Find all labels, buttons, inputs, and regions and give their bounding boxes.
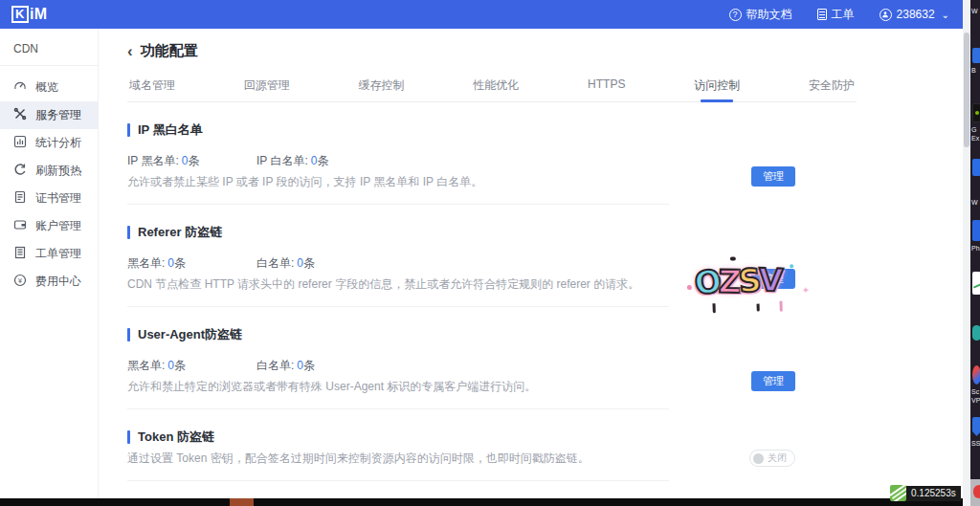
- sidebar-item-label: 刷新预热: [35, 163, 81, 179]
- desktop-icon-label: Ex: [971, 135, 979, 143]
- section-referer: Referer 防盗链 黑名单:0条 白名单:0条 CDN 节点检查 HTTP …: [127, 205, 669, 307]
- title-marker: [127, 226, 130, 239]
- stat-whitelist: 白名单:0条: [256, 358, 386, 374]
- stat-blacklist: 黑名单:0条: [127, 358, 256, 374]
- sidebar-item-statistics[interactable]: 统计分析: [0, 129, 98, 157]
- tab-security[interactable]: 安全防护: [807, 74, 857, 101]
- section-desc: 通过设置 Token 密钥，配合签名过期时间来控制资源内容的访问时限，也即时间戳…: [127, 451, 669, 467]
- section-title: Token 防盗链: [138, 429, 214, 446]
- tab-origin-mgmt[interactable]: 回源管理: [242, 74, 292, 101]
- logo-k-mark: K: [11, 6, 29, 23]
- tab-domain-mgmt[interactable]: 域名管理: [127, 74, 177, 101]
- manage-button[interactable]: 管理: [751, 269, 795, 289]
- help-icon: ?: [729, 9, 742, 21]
- tab-access-control[interactable]: 访问控制: [692, 74, 742, 101]
- help-docs-link[interactable]: ? 帮助文档: [729, 7, 792, 23]
- page-header: ‹ 功能配置: [100, 29, 962, 60]
- sidebar-item-ticket-mgmt[interactable]: 工单管理: [0, 240, 98, 268]
- desktop-icon[interactable]: [972, 48, 980, 63]
- shield-icon[interactable]: [972, 417, 980, 436]
- account-id: 238632: [897, 8, 935, 21]
- section-user-agent: User-Agent防盗链 黑名单:0条 白名单:0条 允许和禁止特定的浏览器或…: [127, 307, 669, 409]
- account-menu[interactable]: 238632 ⌄: [880, 8, 949, 21]
- toggle-dot: [753, 453, 764, 464]
- tab-bar: 域名管理 回源管理 缓存控制 性能优化 HTTPS 访问控制 安全防护: [127, 74, 857, 102]
- desktop-icon-label: VP: [971, 397, 980, 405]
- desktop-icon[interactable]: [972, 103, 980, 122]
- section-desc: 允许和禁止特定的浏览器或者带有特殊 User-Agent 标识的专属客户端进行访…: [127, 379, 669, 395]
- tab-https[interactable]: HTTPS: [586, 74, 627, 101]
- coin-icon: ¥: [13, 274, 27, 290]
- section-desc: 允许或者禁止某些 IP 或者 IP 段的访问，支持 IP 黑名单和 IP 白名单…: [127, 174, 669, 190]
- title-marker: [127, 430, 130, 444]
- manage-button[interactable]: 管理: [751, 371, 795, 391]
- section-token: Token 防盗链 通过设置 Token 密钥，配合签名过期时间来控制资源内容的…: [127, 409, 669, 481]
- sidebar-item-label: 工单管理: [35, 246, 81, 262]
- sidebar-item-label: 服务管理: [35, 107, 81, 123]
- page-title: 功能配置: [141, 42, 198, 60]
- os-taskbar-edge: [0, 498, 967, 506]
- section-title: User-Agent防盗链: [138, 326, 242, 343]
- ticket-link[interactable]: 工单: [817, 7, 855, 23]
- desktop-icon-label: B: [971, 67, 976, 75]
- desktop-icon[interactable]: [972, 272, 980, 295]
- ticket-label: 工单: [832, 7, 855, 23]
- desktop-icon-label: G: [971, 126, 976, 134]
- section-title-row: Token 防盗链: [127, 429, 669, 446]
- stat-ip-whitelist: IP 白名单:0条: [256, 153, 386, 169]
- title-marker: [127, 328, 130, 341]
- sidebar-item-overview[interactable]: 概览: [0, 74, 98, 101]
- manage-button[interactable]: 管理: [751, 166, 795, 187]
- red-app-icon[interactable]: [973, 485, 980, 498]
- toggle-label: 关闭: [768, 451, 787, 465]
- scrollbar-thumb[interactable]: [964, 33, 969, 147]
- stats-row: 黑名单:0条 白名单:0条: [127, 358, 669, 374]
- tab-performance[interactable]: 性能优化: [471, 74, 521, 101]
- svg-text:¥: ¥: [18, 277, 23, 285]
- desktop-icon[interactable]: [972, 220, 980, 241]
- desktop-icon[interactable]: [972, 325, 980, 341]
- sidebar-item-billing-center[interactable]: ¥ 费用中心: [0, 268, 98, 296]
- desktop-icon-label: W: [971, 8, 978, 15]
- section-title: IP 黑白名单: [138, 121, 203, 139]
- sidebar-item-cert-mgmt[interactable]: 证书管理: [0, 185, 98, 212]
- section-list: IP 黑白名单 IP 黑名单:0条 IP 白名单:0条 允许或者禁止某些 IP …: [127, 102, 669, 498]
- section-http-body-limit: HTTP 请求体大小限制 单次请求最大可提交:512MB 限制单次请求体的内容大…: [127, 481, 669, 498]
- sidebar-group-label: CDN: [0, 29, 98, 65]
- sidebar-item-label: 费用中心: [35, 274, 81, 290]
- section-desc: CDN 节点检查 HTTP 请求头中的 referer 字段的信息，禁止或者允许…: [127, 276, 669, 293]
- taskbar-app-fragment[interactable]: [230, 498, 254, 506]
- tab-cache-control[interactable]: 缓存控制: [357, 74, 407, 101]
- token-toggle-off[interactable]: 关闭: [749, 450, 795, 467]
- sidebar-item-label: 账户管理: [35, 218, 81, 234]
- page-load-time-badge[interactable]: 0.125253s: [890, 485, 961, 501]
- help-docs-label: 帮助文档: [746, 7, 792, 23]
- stat-ip-blacklist: IP 黑名单:0条: [127, 153, 256, 169]
- desktop-icon-label: Sc: [971, 388, 979, 396]
- sidebar-item-refresh-prefetch[interactable]: 刷新预热: [0, 157, 98, 185]
- desktop-icon-label: SS: [971, 440, 980, 448]
- sidebar-item-service-mgmt[interactable]: 服务管理: [0, 101, 98, 129]
- speed-stripes-icon: [890, 485, 906, 501]
- desktop-icon[interactable]: [972, 365, 980, 385]
- refresh-icon: [13, 163, 27, 179]
- stats-row: IP 黑名单:0条 IP 白名单:0条: [127, 153, 669, 169]
- stat-blacklist: 黑名单:0条: [127, 255, 256, 272]
- desktop-icon-label: W: [971, 199, 978, 207]
- browser-scrollbar[interactable]: [963, 0, 970, 506]
- section-title-row: User-Agent防盗链: [127, 326, 669, 343]
- sidebar-item-label: 证书管理: [35, 190, 81, 207]
- sidebar-item-account-mgmt[interactable]: 账户管理: [0, 212, 98, 240]
- back-icon[interactable]: ‹: [127, 45, 133, 58]
- desktop-icon-label: Ph: [971, 245, 980, 253]
- gauge-icon: [13, 79, 27, 96]
- main-content: ‹ 功能配置 域名管理 回源管理 缓存控制 性能优化 HTTPS 访问控制 安全…: [100, 29, 962, 498]
- app-logo: KiM: [11, 6, 48, 23]
- sidebar: CDN 概览 服务管理 统计分析 刷新预热 证书管理 账户管理 工单管理 ¥ 费…: [0, 29, 99, 498]
- stat-whitelist: 白名单:0条: [256, 255, 386, 272]
- section-title: Referer 防盗链: [138, 224, 222, 241]
- stats-row: 黑名单:0条 白名单:0条: [127, 255, 669, 272]
- sidebar-item-label: 概览: [35, 79, 58, 96]
- desktop-icon[interactable]: [972, 159, 980, 176]
- load-time-value: 0.125253s: [906, 486, 961, 501]
